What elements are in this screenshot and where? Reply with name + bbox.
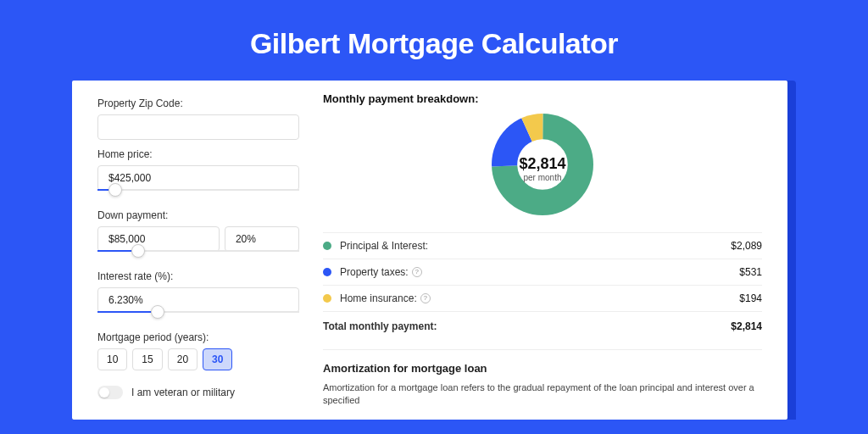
breakdown-title: Monthly payment breakdown: [323,92,762,105]
total-label: Total monthly payment: [323,320,731,332]
legend-list: Principal & Interest: $2,089Property tax… [323,232,762,312]
interest-rate-slider[interactable] [97,311,299,323]
down-payment-slider[interactable] [97,250,299,262]
veteran-label: I am veteran or military [131,387,235,398]
donut-amount: $2,814 [519,155,565,173]
legend-label: Principal & Interest: [340,240,731,252]
slider-thumb-icon[interactable] [131,244,145,258]
legend-value: $194 [739,292,762,304]
legend-value: $531 [739,266,762,278]
period-button-30[interactable]: 30 [203,348,232,370]
period-button-15[interactable]: 15 [132,348,162,370]
legend-value: $2,089 [731,240,762,252]
toggle-knob-icon [99,387,109,398]
panel-shadow: Property Zip Code: Home price: Down paym… [72,81,796,420]
period-label: Mortgage period (years): [97,331,299,343]
home-price-label: Home price: [97,148,299,160]
legend-label: Property taxes: ? [340,266,739,278]
legend-dot-icon [323,242,331,250]
period-button-10[interactable]: 10 [97,348,127,370]
form-column: Property Zip Code: Home price: Down paym… [97,92,318,420]
zip-input[interactable] [97,114,299,140]
info-icon[interactable]: ? [412,267,422,277]
down-payment-label: Down payment: [97,209,299,221]
period-button-20[interactable]: 20 [168,348,198,370]
legend-row: Property taxes: ?$531 [323,259,762,286]
legend-label: Home insurance: ? [340,292,739,304]
home-price-input[interactable] [97,165,299,191]
legend-dot-icon [323,268,331,276]
zip-label: Property Zip Code: [97,97,299,109]
period-button-group: 10152030 [97,348,299,370]
info-icon[interactable]: ? [420,293,431,303]
veteran-toggle[interactable] [97,386,123,399]
total-row: Total monthly payment: $2,814 [323,312,762,344]
donut-chart: $2,814 per month [323,114,762,224]
home-price-slider[interactable] [97,189,299,201]
down-payment-input[interactable] [97,226,220,252]
slider-thumb-icon[interactable] [108,183,122,197]
breakdown-column: Monthly payment breakdown: $2,814 per mo… [318,92,762,420]
amortization-text: Amortization for a mortgage loan refers … [323,381,762,408]
interest-rate-label: Interest rate (%): [97,270,299,282]
legend-row: Home insurance: ?$194 [323,286,762,312]
slider-thumb-icon[interactable] [151,305,164,319]
calculator-panel: Property Zip Code: Home price: Down paym… [72,81,787,420]
legend-dot-icon [323,294,331,303]
down-payment-pct-input[interactable] [225,226,299,252]
total-value: $2,814 [731,320,762,332]
legend-row: Principal & Interest: $2,089 [323,232,762,259]
donut-center: $2,814 per month [519,155,565,182]
interest-rate-input[interactable] [97,287,299,313]
amortization-title: Amortization for mortgage loan [323,349,762,375]
donut-sub: per month [519,173,565,182]
page-title: Gilbert Mortgage Calculator [72,0,796,81]
